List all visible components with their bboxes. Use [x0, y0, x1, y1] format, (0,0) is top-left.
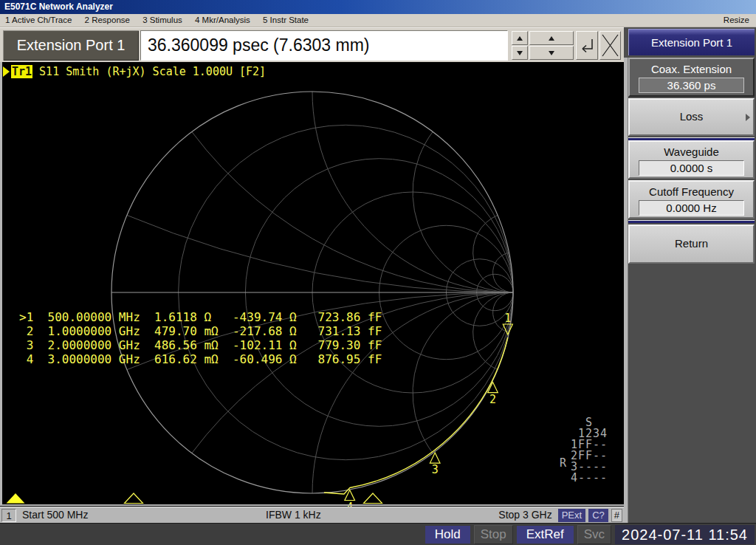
port-extension-status-matrix: S 1234 1FF-- 2FF-- 3---- 4---- [571, 417, 608, 484]
softkey-sidebar: Extension Port 1 Coax. Extension 36.360 … [624, 27, 756, 523]
trace-status-line: Tr1 S11 Smith (R+jX) Scale 1.000U [F2] [3, 65, 266, 78]
coax-extension-label: Coax. Extension [630, 62, 753, 77]
menu-active-ch-trace[interactable]: 1 Active Ch/Trace [5, 14, 72, 27]
fine-step-down-button[interactable] [512, 46, 528, 60]
up-arrow-icon [549, 36, 554, 41]
submenu-arrow-icon [746, 114, 750, 121]
instrument-status-bar: Hold Stop ExtRef Svc 2024-07-11 11:54 [0, 523, 756, 545]
close-x-icon [601, 33, 619, 58]
chart-frame-left [0, 62, 2, 505]
svc-indicator: Svc [577, 525, 611, 544]
window-title: E5071C Network Analyzer [4, 1, 113, 12]
correction-question-badge: C? [588, 509, 608, 522]
marker-row: >1 500.00000 MHz 1.6118 Ω -439.74 Ω 723.… [19, 310, 382, 324]
down-arrow-icon [549, 51, 554, 55]
channel-status-bar: 1 Start 500 MHz IFBW 1 kHz Stop 3 GHz PE… [0, 507, 624, 523]
menu-stimulus[interactable]: 3 Stimulus [142, 14, 182, 27]
datetime-display: 2024-07-11 11:54 [615, 525, 755, 544]
cutoff-frequency-button[interactable]: Cutoff Frequency 0.0000 Hz [628, 180, 755, 219]
enter-button[interactable] [576, 31, 598, 60]
hold-indicator: Hold [425, 526, 470, 544]
softkey-menu-title: Extension Port 1 [628, 29, 755, 55]
stop-indicator: Stop [474, 525, 513, 544]
sweep-start-label: Start 500 MHz [22, 507, 88, 523]
chart-frame-bottom [0, 504, 624, 506]
return-label: Return [630, 226, 753, 261]
ifbw-label: IFBW 1 kHz [266, 507, 321, 523]
fine-stepper [512, 31, 528, 60]
fine-step-up-button[interactable] [512, 31, 528, 45]
waveguide-button[interactable]: Waveguide 0.0000 s [628, 140, 755, 179]
svg-text:3: 3 [432, 463, 439, 476]
chart-area: 1234 Tr1 S11 Smith (R+jX) Scale 1.000U [… [0, 62, 624, 507]
menu-bar: 1 Active Ch/Trace 2 Response 3 Stimulus … [0, 14, 756, 27]
menu-mkr-analysis[interactable]: 4 Mkr/Analysis [195, 14, 250, 27]
hash-indicator: # [611, 509, 622, 522]
waveguide-value: 0.0000 s [639, 160, 744, 176]
coarse-stepper [529, 31, 574, 60]
title-bar: E5071C Network Analyzer [0, 0, 756, 14]
sweep-stop-label: Stop 3 GHz [498, 507, 551, 523]
coarse-step-down-button[interactable] [529, 46, 574, 60]
down-arrow-icon [517, 51, 523, 55]
up-arrow-icon [517, 36, 523, 41]
return-arrow-icon [577, 36, 597, 55]
softkey-separator [628, 220, 755, 223]
trace-format-text: S11 Smith (R+jX) Scale 1.000U [F2] [39, 65, 266, 78]
marker-table: >1 500.00000 MHz 1.6118 Ω -439.74 Ω 723.… [19, 310, 382, 366]
loss-label: Loss [630, 100, 753, 133]
menu-response[interactable]: 2 Response [85, 14, 130, 27]
trace-badge[interactable]: Tr1 [11, 65, 32, 78]
extref-indicator: ExtRef [517, 526, 574, 544]
coarse-step-up-button[interactable] [529, 31, 574, 45]
port-extension-receiver-label: R [560, 456, 566, 470]
channel-status-right: Stop 3 GHz PExt C? # [498, 507, 622, 523]
svg-text:2: 2 [489, 393, 496, 406]
menu-instr-state[interactable]: 5 Instr State [263, 14, 309, 27]
entry-label: Extension Port 1 [3, 30, 139, 61]
close-entry-button[interactable] [599, 31, 621, 60]
waveguide-label: Waveguide [630, 145, 753, 160]
coax-extension-button[interactable]: Coax. Extension 36.360 ps [628, 58, 755, 97]
smith-chart: 1234 [0, 62, 624, 507]
active-trace-arrow-icon [3, 66, 10, 77]
cutoff-frequency-label: Cutoff Frequency [630, 185, 753, 199]
svg-text:1: 1 [504, 312, 511, 325]
menu-resize[interactable]: Resize [724, 14, 749, 27]
marker-row: 2 1.0000000 GHz 479.70 mΩ -217.68 Ω 731.… [19, 324, 382, 338]
return-button[interactable]: Return [628, 224, 755, 264]
port-extension-badge: PExt [558, 509, 585, 522]
coax-extension-value: 36.360 ps [639, 78, 744, 93]
entry-toolbar: Extension Port 1 36.360099 psec (7.6303 … [0, 27, 626, 62]
loss-button[interactable]: Loss [628, 98, 755, 136]
entry-value-field[interactable]: 36.360099 psec (7.6303 mm) [140, 30, 508, 61]
cutoff-frequency-value: 0.0000 Hz [639, 200, 744, 216]
marker-row: 3 2.0000000 GHz 486.56 mΩ -102.11 Ω 779.… [19, 338, 382, 352]
marker-row: 4 3.0000000 GHz 616.62 mΩ -60.496 Ω 876.… [19, 352, 382, 366]
channel-number-box: 1 [1, 509, 16, 522]
